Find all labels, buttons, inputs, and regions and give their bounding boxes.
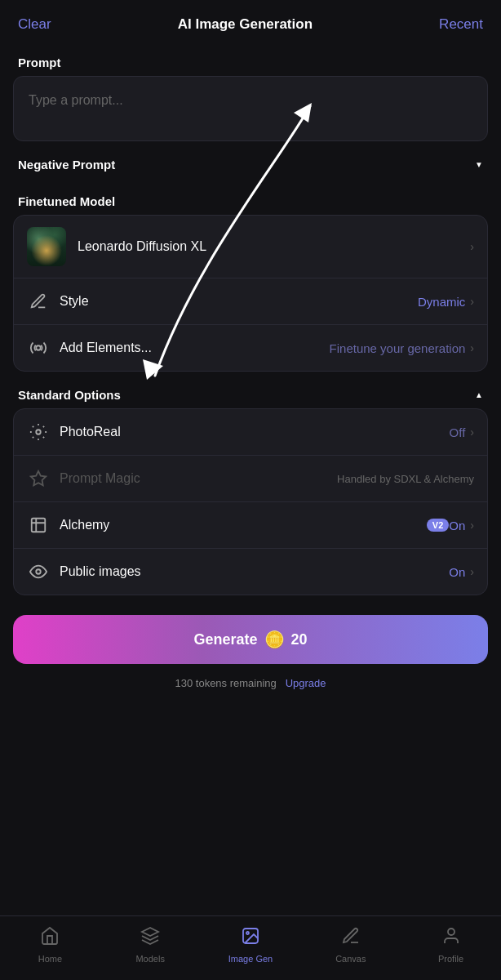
nav-item-canvas[interactable]: Canvas — [326, 926, 375, 964]
model-row-chevron-icon: › — [470, 240, 474, 253]
finetuned-model-card: Leonardo Diffusion XL › Style Dynamic › — [13, 215, 488, 372]
home-icon — [40, 926, 60, 951]
elements-icon — [27, 336, 50, 359]
coin-icon: 🪙 — [264, 630, 285, 649]
page-title: AI Image Generation — [178, 16, 313, 33]
nav-item-profile[interactable]: Profile — [427, 926, 476, 964]
svg-point-5 — [36, 569, 41, 574]
public-images-chevron-icon: › — [470, 565, 474, 578]
model-thumbnail — [27, 227, 66, 266]
svg-point-7 — [246, 932, 249, 934]
prompt-label: Prompt — [0, 46, 501, 76]
alchemy-value: On — [449, 519, 465, 532]
nav-item-models[interactable]: Models — [126, 926, 175, 964]
model-name: Leonardo Diffusion XL — [78, 239, 470, 254]
nav-item-home[interactable]: Home — [25, 926, 74, 964]
finetuned-model-label: Finetuned Model — [0, 185, 501, 215]
standard-options-collapse-icon: ▲ — [475, 390, 483, 399]
nav-imagegen-label: Image Gen — [228, 954, 273, 964]
svg-point-8 — [448, 929, 454, 935]
public-images-label: Public images — [60, 564, 449, 579]
models-icon — [140, 926, 160, 951]
profile-icon — [441, 926, 461, 951]
photoreal-row[interactable]: PhotoReal Off › — [14, 409, 487, 456]
nav-profile-label: Profile — [438, 954, 463, 964]
prompt-container[interactable] — [13, 76, 488, 141]
style-chevron-icon: › — [470, 295, 474, 308]
style-value: Dynamic — [418, 295, 465, 309]
style-row[interactable]: Style Dynamic › — [14, 278, 487, 325]
bottom-navigation: Home Models Image Gen — [0, 915, 501, 980]
generate-amount: 20 — [291, 631, 308, 648]
standard-options-label: Standard Options — [18, 388, 121, 402]
alchemy-badge: V2 — [427, 519, 449, 532]
alchemy-icon — [27, 514, 50, 537]
upgrade-link[interactable]: Upgrade — [286, 677, 326, 689]
svg-point-3 — [36, 430, 41, 434]
tokens-remaining: 130 tokens remaining — [175, 677, 276, 689]
recent-button[interactable]: Recent — [439, 16, 483, 33]
photoreal-value: Off — [450, 425, 466, 439]
prompt-magic-icon — [27, 467, 50, 490]
elements-label: Add Elements... — [60, 341, 330, 355]
generate-button-wrap: Generate 🪙 20 — [0, 599, 501, 670]
canvas-icon — [341, 926, 361, 951]
svg-marker-4 — [31, 471, 46, 485]
clear-button[interactable]: Clear — [18, 16, 51, 33]
app-header: Clear AI Image Generation Recent — [0, 0, 501, 46]
elements-value: Finetune your generation — [330, 341, 466, 355]
negative-prompt-label: Negative Prompt — [18, 158, 115, 172]
nav-models-label: Models — [135, 954, 164, 964]
negative-prompt-row[interactable]: Negative Prompt ▼ — [0, 145, 501, 185]
prompt-input[interactable] — [29, 93, 472, 108]
alchemy-row[interactable]: Alchemy V2 On › — [14, 502, 487, 549]
nav-home-label: Home — [38, 954, 62, 964]
prompt-magic-row: Prompt Magic Handled by SDXL & Alchemy — [14, 456, 487, 502]
svg-point-2 — [36, 345, 41, 350]
style-icon — [27, 290, 50, 313]
standard-options-card: PhotoReal Off › Prompt Magic Handled by … — [13, 408, 488, 595]
photoreal-icon — [27, 421, 50, 443]
alchemy-label: Alchemy — [60, 518, 420, 532]
photoreal-chevron-icon: › — [470, 425, 474, 439]
prompt-magic-value: Handled by SDXL & Alchemy — [250, 473, 474, 485]
tokens-row: 130 tokens remaining Upgrade — [0, 670, 501, 702]
public-images-value: On — [449, 565, 465, 579]
generate-button[interactable]: Generate 🪙 20 — [13, 615, 488, 664]
photoreal-label: PhotoReal — [60, 425, 450, 439]
public-images-icon — [27, 560, 50, 583]
imagegen-icon — [241, 926, 260, 951]
add-elements-row[interactable]: Add Elements... Finetune your generation… — [14, 325, 487, 371]
model-row[interactable]: Leonardo Diffusion XL › — [14, 216, 487, 278]
generate-label: Generate — [193, 631, 257, 648]
negative-prompt-chevron-icon: ▼ — [475, 160, 483, 169]
alchemy-chevron-icon: › — [470, 519, 474, 532]
elements-chevron-icon: › — [470, 341, 474, 354]
standard-options-header[interactable]: Standard Options ▲ — [0, 375, 501, 408]
nav-canvas-label: Canvas — [335, 954, 366, 964]
nav-item-imagegen[interactable]: Image Gen — [226, 926, 275, 964]
prompt-magic-label: Prompt Magic — [60, 471, 250, 486]
style-label: Style — [60, 294, 418, 309]
public-images-row[interactable]: Public images On › — [14, 549, 487, 595]
